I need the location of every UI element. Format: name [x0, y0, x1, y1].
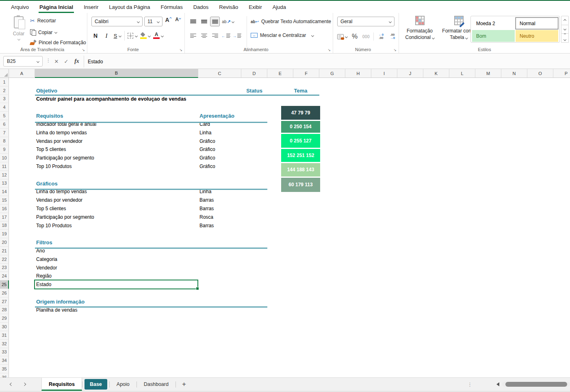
column-header-M[interactable]: M — [475, 69, 501, 78]
column-header-F[interactable]: F — [293, 69, 319, 78]
column-header-K[interactable]: K — [423, 69, 449, 78]
cell-B17[interactable]: Participação por segmento — [36, 213, 94, 222]
cell-B18[interactable]: Top 10 Produtos — [36, 222, 72, 230]
row-header-5[interactable]: 5 — [0, 112, 9, 120]
column-header-H[interactable]: H — [345, 69, 371, 78]
row-header-13[interactable]: 13 — [0, 179, 9, 188]
row-header-16[interactable]: 16 — [0, 205, 9, 213]
column-header-C[interactable]: C — [198, 69, 241, 78]
row-header-24[interactable]: 24 — [0, 272, 9, 280]
align-center-button[interactable] — [199, 31, 209, 41]
insert-function-button[interactable]: fx — [72, 56, 81, 67]
decrease-font-button[interactable]: A — [174, 17, 182, 26]
menu-tab-formulas[interactable]: Fórmulas — [156, 1, 188, 13]
theme-swatch-5[interactable]: 144 188 143 — [281, 163, 320, 177]
cell-C18[interactable]: Barras — [199, 222, 214, 230]
column-header-E[interactable]: E — [267, 69, 293, 78]
cell-B7[interactable]: Linha do tempo vendas — [36, 129, 87, 137]
fill-color-button[interactable] — [140, 31, 150, 41]
number-format-select[interactable]: Geral — [337, 17, 394, 26]
gallery-scroll-down-button[interactable] — [561, 25, 569, 34]
row-header-26[interactable]: 26 — [0, 289, 9, 297]
decrease-indent-button[interactable]: ← — [221, 31, 231, 41]
borders-button[interactable] — [128, 31, 137, 41]
font-color-button[interactable]: A — [153, 31, 163, 41]
row-header-29[interactable]: 29 — [0, 314, 9, 323]
cell-B10[interactable]: Participação por segmento — [36, 154, 94, 162]
prev-sheet-button[interactable] — [5, 378, 18, 391]
number-dialog-launcher[interactable]: ↘ — [393, 48, 397, 52]
font-size-select[interactable]: 11 — [144, 17, 163, 26]
scroll-left-icon[interactable] — [496, 382, 499, 386]
row-header-23[interactable]: 23 — [0, 264, 9, 272]
sheet-tab-dashboard[interactable]: Dashboard — [137, 378, 176, 391]
row-header-17[interactable]: 17 — [0, 213, 9, 222]
cell-B22[interactable]: Categoria — [36, 255, 57, 264]
cell-C8[interactable]: Gráfico — [199, 137, 215, 146]
wrap-text-button[interactable]: ab↩ Quebrar Texto Automaticamente — [251, 19, 331, 24]
italic-button[interactable]: I — [102, 31, 111, 41]
cell-C5[interactable]: Apresentação — [199, 112, 234, 120]
row-header-14[interactable]: 14 — [0, 187, 9, 196]
row-header-12[interactable]: 12 — [0, 171, 9, 179]
theme-swatch-6[interactable]: 60 179 113 — [281, 178, 320, 192]
cancel-button[interactable]: ✕ — [52, 56, 61, 67]
sheet-tab-apoio[interactable]: Apoio — [110, 378, 137, 391]
row-header-2[interactable]: 2 — [0, 86, 9, 95]
row-header-31[interactable]: 31 — [0, 331, 9, 340]
row-header-32[interactable]: 32 — [0, 340, 9, 348]
format-painter-button[interactable]: Pincel de Formatação — [30, 40, 86, 45]
theme-swatch-4[interactable]: 152 251 152 — [281, 149, 320, 162]
select-all-corner[interactable] — [0, 69, 9, 78]
menu-tab-dados[interactable]: Dados — [188, 1, 214, 13]
row-header-28[interactable]: 28 — [0, 306, 9, 314]
menu-tab-revisao[interactable]: Revisão — [214, 1, 243, 13]
row-header-18[interactable]: 18 — [0, 222, 9, 230]
conditional-formatting-button[interactable]: FormataçãoCondicional — [401, 16, 438, 50]
column-header-O[interactable]: O — [527, 69, 553, 78]
menu-tab-layout-da-pagina[interactable]: Layout da Página — [104, 1, 155, 13]
align-middle-button[interactable] — [199, 17, 209, 26]
cell-EF2[interactable]: Tema — [281, 86, 320, 95]
column-header-P[interactable]: P — [553, 69, 570, 78]
menu-tab-arquivo[interactable]: Arquivo — [6, 1, 34, 13]
align-right-button[interactable] — [210, 31, 220, 41]
row-header-19[interactable]: 19 — [0, 230, 9, 238]
style-item-bom[interactable]: Bom — [472, 30, 515, 42]
sheet-tab-base[interactable]: Base — [85, 379, 107, 390]
row-header-6[interactable]: 6 — [0, 120, 9, 129]
row-header-7[interactable]: 7 — [0, 129, 9, 137]
column-header-G[interactable]: G — [319, 69, 345, 78]
cell-C15[interactable]: Barras — [199, 196, 214, 205]
alignment-dialog-launcher[interactable]: ↘ — [327, 48, 331, 52]
theme-swatch-3[interactable]: 0 255 127 — [281, 134, 320, 148]
gallery-more-button[interactable] — [561, 34, 569, 43]
row-header-11[interactable]: 11 — [0, 162, 9, 171]
formula-input[interactable]: Estado — [88, 54, 103, 69]
paste-button[interactable]: Colar — [8, 16, 29, 48]
cut-button[interactable]: ✂ Recortar — [30, 18, 56, 24]
font-family-select[interactable]: Calibri — [91, 17, 143, 26]
bold-button[interactable]: N — [91, 31, 100, 41]
cell-B13[interactable]: Gráficos — [36, 179, 58, 188]
orientation-button[interactable]: ab↗ — [221, 17, 235, 26]
row-header-34[interactable]: 34 — [0, 356, 9, 365]
cell-B27[interactable]: Origem informação — [36, 297, 85, 306]
row-header-8[interactable]: 8 — [0, 137, 9, 146]
horizontal-scrollbar-thumb[interactable] — [505, 382, 567, 387]
row-header-4[interactable]: 4 — [0, 103, 9, 112]
sheet-tab-requisitos[interactable]: Requisitos — [41, 378, 82, 391]
cell-B2[interactable]: Objetivo — [36, 86, 57, 95]
menu-tab-exibir[interactable]: Exibir — [243, 1, 267, 13]
column-header-L[interactable]: L — [449, 69, 475, 78]
cell-B3[interactable]: Contruir painel para acompanhamento de e… — [36, 95, 186, 103]
menu-tab-pagina-inicial[interactable]: Página Inicial — [34, 1, 78, 13]
row-header-25[interactable]: 25 — [0, 280, 9, 289]
merge-center-button[interactable]: ↔ Mesclar e Centralizar — [251, 32, 314, 38]
increase-decimal-button[interactable]: ←0.00 — [377, 32, 385, 41]
comma-style-button[interactable]: 000 — [362, 32, 370, 41]
font-dialog-launcher[interactable]: ↘ — [179, 48, 182, 52]
theme-swatch-1[interactable]: 47 79 79 — [281, 106, 320, 120]
tabbar-resize-handle[interactable]: ⋮ — [467, 381, 472, 388]
cell-B23[interactable]: Vendedor — [36, 264, 57, 272]
